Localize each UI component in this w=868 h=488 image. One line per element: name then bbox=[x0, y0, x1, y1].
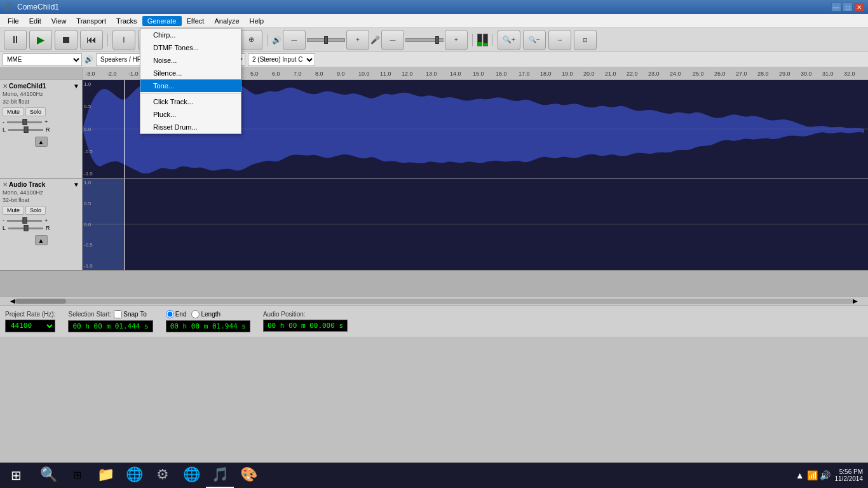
menu-transport[interactable]: Transport bbox=[71, 16, 111, 26]
length-radio-label: Length bbox=[191, 310, 220, 318]
track2-gain-slider[interactable] bbox=[7, 220, 42, 222]
menu-edit[interactable]: Edit bbox=[24, 16, 46, 26]
track2-close-button[interactable]: ✕ bbox=[3, 181, 8, 188]
audio-host-select[interactable]: MME Windows DirectSound WASAPI bbox=[3, 53, 82, 66]
horizontal-scrollbar: ◀ ▶ bbox=[0, 296, 868, 305]
title-bar-controls: — □ ✕ bbox=[831, 3, 864, 11]
menu-view[interactable]: View bbox=[46, 16, 72, 26]
project-rate-select[interactable]: 44100 22050 48000 bbox=[5, 320, 55, 332]
track1-y-axis: 1.0 0.5 0.0 -0.5 -1.0 bbox=[83, 80, 94, 178]
input-volume-slider[interactable] bbox=[405, 38, 444, 42]
track1-pan-slider[interactable] bbox=[8, 129, 43, 131]
menu-generate[interactable]: Generate bbox=[142, 16, 182, 26]
generate-noise[interactable]: Noise... bbox=[140, 54, 241, 67]
track2-controls: Mute Solo bbox=[3, 206, 79, 215]
input-volume-down[interactable]: — bbox=[381, 30, 404, 50]
track1-controls: Mute Solo bbox=[3, 107, 79, 116]
taskbar-taskview[interactable]: ⊞ bbox=[63, 463, 91, 488]
length-radio[interactable] bbox=[191, 310, 200, 318]
track1-solo-button[interactable]: Solo bbox=[25, 107, 46, 116]
track1-close-button[interactable]: ✕ bbox=[3, 83, 8, 90]
generate-pluck[interactable]: Pluck... bbox=[140, 108, 241, 121]
taskbar-paint[interactable]: 🎨 bbox=[234, 463, 262, 488]
taskbar-cortana[interactable]: 🔍 bbox=[34, 463, 62, 488]
end-radio[interactable] bbox=[166, 310, 174, 318]
ruler-label-27: 27.0 bbox=[736, 71, 747, 77]
track1-gain-slider[interactable] bbox=[7, 121, 42, 123]
track2-mute-button[interactable]: Mute bbox=[3, 206, 24, 215]
selection-start-value[interactable]: 00 h 00 m 01.444 s bbox=[68, 320, 153, 332]
selection-tool[interactable]: I bbox=[112, 30, 135, 50]
audio-position-label: Audio Position: bbox=[263, 311, 348, 318]
close-button[interactable]: ✕ bbox=[854, 3, 864, 11]
taskbar-app1[interactable]: 🌐 bbox=[120, 463, 148, 488]
track1-mute-button[interactable]: Mute bbox=[3, 107, 24, 116]
taskview-icon: ⊞ bbox=[73, 469, 81, 481]
generate-risset-drum[interactable]: Risset Drum... bbox=[140, 121, 241, 133]
stop-button[interactable]: ⏹ bbox=[55, 30, 78, 50]
track2-collapse-button[interactable]: ▲ bbox=[35, 235, 48, 245]
track1-pan-L: L bbox=[3, 126, 6, 133]
mic-icon: 🎤 bbox=[370, 36, 380, 44]
explorer-icon: 📁 bbox=[97, 466, 114, 483]
output-volume-slider[interactable] bbox=[307, 38, 345, 42]
pause-button[interactable]: ⏸ bbox=[4, 30, 27, 50]
ruler-spacer bbox=[0, 67, 83, 79]
maximize-button[interactable]: □ bbox=[843, 3, 853, 11]
input-volume-up[interactable]: + bbox=[445, 30, 468, 50]
menu-tracks[interactable]: Tracks bbox=[111, 16, 142, 26]
track2-pan-slider[interactable] bbox=[8, 227, 43, 229]
taskbar-explorer[interactable]: 📁 bbox=[92, 463, 119, 488]
scroll-right-arrow[interactable]: ▶ bbox=[853, 297, 858, 304]
recording-channels-select[interactable]: 2 (Stereo) Input C bbox=[248, 53, 315, 66]
track1-collapse-button[interactable]: ▲ bbox=[35, 137, 48, 147]
track2-solo-button[interactable]: Solo bbox=[25, 206, 46, 215]
taskbar-chrome[interactable]: 🌐 bbox=[177, 463, 205, 488]
output-volume-up[interactable]: + bbox=[346, 30, 369, 50]
rewind-button[interactable]: ⏮ bbox=[80, 30, 103, 50]
play-button[interactable]: ▶ bbox=[29, 30, 52, 50]
menu-help[interactable]: Help bbox=[245, 16, 269, 26]
track2-gain-thumb bbox=[22, 217, 27, 224]
multi-tool[interactable]: ⊕ bbox=[240, 30, 262, 50]
track2-header: ✕ Audio Track ▼ Mono, 44100Hz 32-bit flo… bbox=[0, 179, 83, 270]
track1-menu-button[interactable]: ▼ bbox=[73, 83, 79, 90]
audio-position-value[interactable]: 00 h 00 m 00.000 s bbox=[263, 320, 348, 332]
generate-chirp[interactable]: Chirp... bbox=[140, 29, 241, 41]
menu-analyze[interactable]: Analyze bbox=[209, 16, 244, 26]
scrollbar-thumb[interactable] bbox=[15, 299, 66, 304]
minimize-button[interactable]: — bbox=[831, 3, 841, 11]
start-button[interactable]: ⊞ bbox=[0, 463, 32, 488]
snap-to-checkbox[interactable] bbox=[114, 310, 122, 318]
menu-effect[interactable]: Effect bbox=[182, 16, 210, 26]
track1-gain-thumb bbox=[22, 119, 27, 125]
speaker-device-icon: 🔊 bbox=[85, 55, 93, 64]
generate-tone[interactable]: Tone... bbox=[140, 79, 241, 92]
track2-y-label-1: 1.0 bbox=[83, 180, 94, 186]
ruler-label-10: 10.0 bbox=[358, 71, 370, 77]
output-volume-down[interactable]: — bbox=[283, 30, 306, 50]
track2-gain-row: - + bbox=[3, 217, 79, 224]
ruler-label-13: 13.0 bbox=[426, 71, 437, 77]
taskbar-audacity[interactable]: 🎵 bbox=[206, 463, 234, 488]
menu-file[interactable]: File bbox=[3, 16, 24, 26]
project-rate-label: Project Rate (Hz): bbox=[5, 311, 55, 318]
track2-y-label-n1: -1.0 bbox=[83, 263, 94, 269]
track1-playhead bbox=[124, 80, 125, 178]
generate-dtmf[interactable]: DTMF Tones... bbox=[140, 41, 241, 54]
zoom-in-button[interactable]: 🔍+ bbox=[498, 30, 520, 50]
track2-menu-button[interactable]: ▼ bbox=[73, 181, 79, 188]
end-value[interactable]: 00 h 00 m 01.944 s bbox=[166, 320, 250, 332]
scroll-left-arrow[interactable]: ◀ bbox=[10, 297, 15, 304]
generate-click-track[interactable]: Click Track... bbox=[140, 95, 241, 108]
window-title: ComeChild1 bbox=[17, 3, 59, 11]
taskbar-app2[interactable]: ⚙ bbox=[149, 463, 177, 488]
track2-waveform[interactable]: 1.0 0.5 0.0 -0.5 -1.0 bbox=[83, 179, 868, 270]
fit-project-button[interactable]: ↔ bbox=[548, 30, 571, 50]
zoom-out-button[interactable]: 🔍− bbox=[523, 30, 546, 50]
title-bar-left: 🎵 ComeChild1 bbox=[4, 3, 59, 11]
scrollbar-track[interactable] bbox=[15, 299, 853, 304]
zoom-sel-button[interactable]: ⊡ bbox=[574, 30, 597, 50]
ruler-label-28: 28.0 bbox=[757, 71, 769, 77]
generate-silence[interactable]: Silence... bbox=[140, 67, 241, 79]
